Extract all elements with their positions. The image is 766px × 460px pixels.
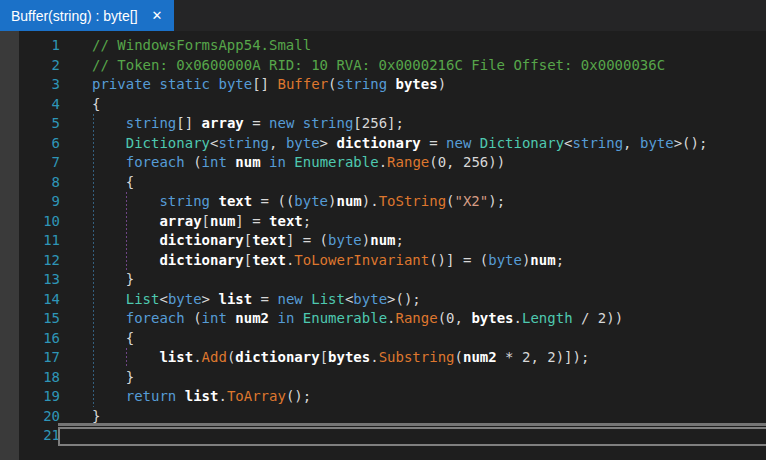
line-number: 17 [19, 348, 60, 368]
code-line[interactable]: 13 } [19, 270, 766, 290]
token-m: ToString [379, 193, 446, 209]
tab-close-icon[interactable]: ✕ [152, 9, 163, 22]
line-number: 19 [19, 387, 60, 407]
token-plain: (); [286, 388, 311, 404]
token-ty: List [311, 291, 345, 307]
line-number: 15 [19, 309, 60, 329]
code-line[interactable]: 10 array[num] = text; [19, 212, 766, 232]
token-plain: , [623, 135, 640, 151]
token-m: ToLowerInvariant [294, 252, 429, 268]
token-ty: Dictionary [480, 135, 564, 151]
code-line[interactable]: 17 list.Add(dictionary[bytes.Substring(n… [19, 348, 766, 368]
tab-title: Buffer(string) : byte[] [11, 8, 138, 24]
line-content: } [60, 368, 134, 388]
code-line[interactable]: 18 } [19, 368, 766, 388]
line-number: 7 [19, 153, 60, 173]
token-plain: ( [446, 193, 454, 209]
token-loc: num2 [463, 349, 497, 365]
line-content: string text = ((byte)num).ToString("X2")… [60, 192, 505, 212]
token-plain: = [421, 135, 446, 151]
code-line[interactable]: 9 string text = ((byte)num).ToString("X2… [19, 192, 766, 212]
line-number: 9 [19, 192, 60, 212]
token-plain: ) [362, 232, 370, 248]
token-loc: num [336, 193, 361, 209]
token-kw: string [126, 115, 177, 131]
token-kw: private [92, 76, 151, 92]
token-plain [303, 291, 311, 307]
token-m: Range [387, 154, 429, 170]
token-loc: dictionary [235, 349, 319, 365]
token-kw: byte [488, 252, 522, 268]
code-line[interactable]: 19 return list.ToArray(); [19, 387, 766, 407]
line-content: foreach (int num2 in Enumerable.Range(0,… [60, 309, 623, 329]
code-line[interactable]: 6 Dictionary<string, byte> dictionary = … [19, 134, 766, 154]
token-kw: string [159, 193, 210, 209]
code-line[interactable]: 11 dictionary[text] = (byte)num; [19, 231, 766, 251]
token-kw: string [337, 76, 388, 92]
token-loc: bytes [328, 349, 370, 365]
code-line[interactable]: 8 { [19, 173, 766, 193]
token-kw: in [277, 310, 294, 326]
token-kw: static [159, 76, 210, 92]
code-line[interactable]: 16 { [19, 329, 766, 349]
token-plain: ( [185, 310, 202, 326]
token-kw: foreach [126, 154, 185, 170]
code-line[interactable]: 5 string[] array = new string[256]; [19, 114, 766, 134]
token-plain: [256]; [353, 115, 404, 131]
line-content: dictionary[text.ToLowerInvariant()] = (b… [60, 251, 564, 271]
code-line[interactable]: 7 foreach (int num in Enumerable.Range(0… [19, 153, 766, 173]
code-line[interactable]: 12 dictionary[text.ToLowerInvariant()] =… [19, 251, 766, 271]
line-content: // Token: 0x0600000A RID: 10 RVA: 0x0000… [60, 56, 665, 76]
line-number: 8 [19, 173, 60, 193]
token-plain [294, 115, 302, 131]
code-lines: 1// WindowsFormsApp54.Small2// Token: 0x… [19, 36, 766, 446]
token-kw: new [446, 135, 471, 151]
token-kw: string [573, 135, 624, 151]
token-loc: list [185, 388, 219, 404]
token-loc: array [202, 115, 244, 131]
code-line[interactable]: 2// Token: 0x0600000A RID: 10 RVA: 0x000… [19, 56, 766, 76]
token-plain: . [218, 388, 226, 404]
line-content: return list.ToArray(); [60, 387, 311, 407]
token-plain: ( [185, 154, 202, 170]
code-line[interactable]: 4{ [19, 95, 766, 115]
code-line[interactable]: 1// WindowsFormsApp54.Small [19, 36, 766, 56]
token-loc: dictionary [159, 252, 243, 268]
line-number: 1 [19, 36, 60, 56]
token-plain: } [126, 271, 134, 287]
token-plain: ( [328, 76, 336, 92]
token-kw: byte [353, 291, 387, 307]
code-line[interactable]: 3private static byte[] Buffer(string byt… [19, 75, 766, 95]
token-kw: byte [328, 232, 362, 248]
line-number: 6 [19, 134, 60, 154]
tab-buffer-method[interactable]: Buffer(string) : byte[] ✕ [0, 0, 174, 31]
line-content: private static byte[] Buffer(string byte… [60, 75, 446, 95]
code-pane[interactable]: 1// WindowsFormsApp54.Small2// Token: 0x… [19, 31, 766, 460]
token-m: Add [202, 349, 227, 365]
code-editor[interactable]: 1// WindowsFormsApp54.Small2// Token: 0x… [0, 31, 766, 460]
token-plain: . [514, 310, 522, 326]
token-loc: bytes [396, 76, 438, 92]
token-plain: = [244, 115, 269, 131]
token-plain: . [387, 310, 395, 326]
line-content: array[num] = text; [60, 212, 311, 232]
code-line[interactable]: 14 List<byte> list = new List<byte>(); [19, 290, 766, 310]
token-plain [176, 388, 184, 404]
token-loc: num [210, 213, 235, 229]
line-number: 18 [19, 368, 60, 388]
token-comment: // WindowsFormsApp54.Small [92, 37, 311, 53]
token-plain [294, 310, 302, 326]
token-kw: foreach [126, 310, 185, 326]
token-loc: num [370, 232, 395, 248]
editor-horizontal-rule [58, 423, 766, 426]
token-loc: text [252, 232, 286, 248]
token-loc: list [159, 349, 193, 365]
code-line[interactable]: 15 foreach (int num2 in Enumerable.Range… [19, 309, 766, 329]
token-plain: >(); [387, 291, 421, 307]
token-kw: string [303, 115, 354, 131]
token-plain: < [159, 291, 167, 307]
token-kw: byte [294, 193, 328, 209]
line-content: { [60, 329, 134, 349]
token-plain: [ [320, 349, 328, 365]
line-content: string[] array = new string[256]; [60, 114, 404, 134]
